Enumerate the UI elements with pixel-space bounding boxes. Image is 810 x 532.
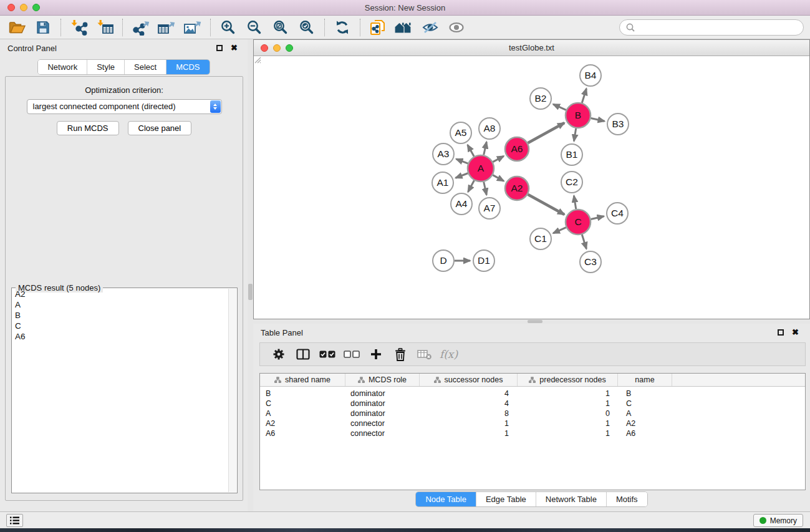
graph-node-C[interactable]: C	[566, 210, 591, 235]
create-column-button[interactable]	[364, 345, 388, 364]
table-cell[interactable]: 4	[420, 389, 518, 398]
optimization-criterion-select[interactable]: largest connected component (directed)	[27, 99, 222, 114]
table-cell[interactable]: C	[618, 399, 672, 408]
table-cell[interactable]: dominator	[345, 409, 420, 418]
search-input[interactable]	[639, 22, 797, 32]
graph-edge-A-A7[interactable]	[484, 181, 487, 195]
graph-node-C1[interactable]: C1	[530, 228, 551, 249]
graph-node-B4[interactable]: B4	[580, 65, 601, 86]
export-network-button[interactable]	[127, 17, 153, 37]
graph-node-B2[interactable]: B2	[530, 88, 551, 109]
resize-grip-icon[interactable]	[254, 56, 261, 64]
tab-style[interactable]: Style	[87, 60, 124, 74]
column-header-predecessor-nodes[interactable]: predecessor nodes	[518, 374, 618, 386]
graph-node-D[interactable]: D	[433, 250, 454, 271]
hide-graphics-details-button[interactable]	[417, 17, 443, 37]
table-row[interactable]: A2connector11A2	[260, 418, 805, 428]
table-cell[interactable]: A	[618, 409, 672, 418]
graph-node-A1[interactable]: A1	[432, 172, 453, 193]
graph-node-A8[interactable]: A8	[479, 118, 500, 139]
network-zoom-button[interactable]	[286, 44, 293, 52]
panel-menu-button[interactable]	[6, 514, 23, 527]
mcds-result-item[interactable]: B	[12, 310, 236, 321]
mcds-result-item[interactable]: A6	[12, 331, 236, 342]
show-graphics-details-button[interactable]	[443, 17, 470, 37]
memory-button[interactable]: Memory	[753, 514, 803, 527]
graph-node-A[interactable]: A	[468, 155, 494, 181]
graph-edge-A-A1[interactable]	[456, 173, 468, 178]
delete-columns-button[interactable]	[388, 345, 412, 364]
result-scrollbar[interactable]	[228, 289, 236, 492]
graph-edge-B-B1[interactable]	[574, 128, 576, 142]
graph-edge-A-A3[interactable]	[456, 159, 468, 163]
minimize-window-button[interactable]	[20, 4, 27, 11]
zoom-out-button[interactable]	[241, 17, 268, 37]
vertical-splitter-handle[interactable]	[248, 284, 253, 300]
delete-table-button[interactable]	[412, 345, 436, 364]
graph-edge-C-C4[interactable]	[591, 216, 604, 220]
graph-edge-A-A8[interactable]	[484, 142, 487, 155]
tab-network-table[interactable]: Network Table	[536, 492, 606, 506]
mcds-result-item[interactable]: A	[12, 299, 236, 310]
table-settings-button[interactable]	[266, 345, 291, 364]
graph-edge-A6-B[interactable]	[528, 123, 565, 143]
network-canvas[interactable]: B4B2BB3A5A8A6A3B1AA1A2C2A4A7C4CC1DD1C3	[254, 56, 809, 319]
column-header-successor-nodes[interactable]: successor nodes	[420, 374, 518, 386]
refresh-view-button[interactable]	[329, 17, 355, 37]
zoom-selected-button[interactable]	[294, 17, 320, 37]
run-mcds-button[interactable]: Run MCDS	[57, 121, 119, 135]
graph-node-B3[interactable]: B3	[607, 114, 629, 135]
save-session-button[interactable]	[30, 17, 56, 37]
table-cell[interactable]: A6	[260, 429, 345, 438]
graph-edge-A-A5[interactable]	[468, 145, 474, 157]
graph-node-A7[interactable]: A7	[479, 198, 500, 219]
table-row[interactable]: A6connector11A6	[260, 428, 805, 438]
table-cell[interactable]: dominator	[345, 399, 420, 408]
column-header-name[interactable]: name	[618, 374, 672, 386]
graph-edge-C-C1[interactable]	[553, 228, 566, 233]
select-all-columns-button[interactable]	[315, 345, 339, 364]
graph-edge-A-A2[interactable]	[493, 175, 504, 181]
graph-node-D1[interactable]: D1	[473, 250, 494, 271]
graph-edge-B-B4[interactable]	[582, 89, 586, 103]
graph-node-A4[interactable]: A4	[451, 193, 472, 215]
float-panel-icon[interactable]	[216, 45, 223, 51]
table-cell[interactable]: 1	[518, 419, 618, 428]
close-window-button[interactable]	[7, 4, 15, 11]
table-cell[interactable]: 0	[518, 409, 618, 418]
tab-mcds[interactable]: MCDS	[166, 60, 209, 74]
close-panel-icon[interactable]: ✖	[231, 45, 238, 51]
close-table-panel-icon[interactable]: ✖	[792, 329, 799, 336]
horizontal-splitter-handle[interactable]	[528, 320, 542, 323]
zoom-fit-button[interactable]	[268, 17, 294, 37]
unselect-all-columns-button[interactable]	[339, 345, 364, 364]
open-session-button[interactable]	[4, 17, 30, 37]
graph-node-A3[interactable]: A3	[433, 143, 454, 165]
table-row[interactable]: Adominator80A	[260, 409, 805, 418]
mcds-result-item[interactable]: C	[12, 321, 236, 331]
graph-edge-A-A6[interactable]	[493, 156, 503, 162]
column-header-shared-name[interactable]: shared name	[260, 374, 345, 386]
graph-edge-A2-C[interactable]	[528, 195, 565, 215]
tab-network[interactable]: Network	[38, 60, 87, 74]
graph-edge-C-C2[interactable]	[574, 196, 576, 210]
tab-node-table[interactable]: Node Table	[416, 492, 476, 506]
network-close-button[interactable]	[261, 44, 268, 52]
table-row[interactable]: Cdominator41C	[260, 399, 805, 409]
graph-node-C3[interactable]: C3	[580, 251, 601, 273]
function-builder-button[interactable]: f(x)	[436, 345, 461, 364]
home-networks-button[interactable]	[391, 17, 417, 37]
import-network-button[interactable]	[65, 17, 92, 37]
table-cell[interactable]: 1	[420, 419, 518, 428]
table-cell[interactable]: B	[260, 389, 345, 398]
table-cell[interactable]: 1	[518, 429, 618, 438]
graph-node-B1[interactable]: B1	[561, 144, 582, 165]
graph-edge-C-C3[interactable]	[582, 235, 586, 249]
table-cell[interactable]: 1	[420, 429, 518, 438]
export-table-button[interactable]	[153, 17, 180, 37]
table-cell[interactable]: 8	[420, 409, 518, 418]
table-cell[interactable]: 1	[518, 399, 618, 408]
table-cell[interactable]: connector	[345, 429, 420, 438]
table-cell[interactable]: A6	[618, 429, 672, 438]
graph-node-B[interactable]: B	[566, 103, 591, 128]
